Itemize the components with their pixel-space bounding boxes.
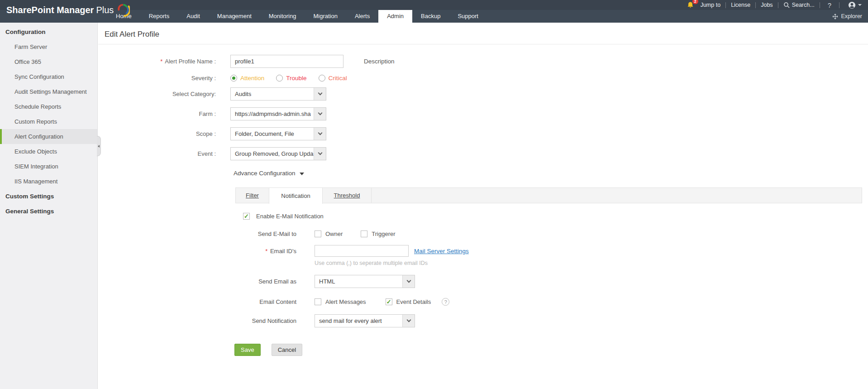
send-email-to-label: Send E-Mail to xyxy=(235,231,296,237)
sidebar-item-schedule-reports[interactable]: Schedule Reports xyxy=(0,99,97,114)
severity-option-critical[interactable]: Critical xyxy=(319,75,347,82)
alert-profile-name-input[interactable] xyxy=(230,55,343,68)
category-select[interactable]: Audits xyxy=(230,87,326,101)
event-details-checkbox[interactable] xyxy=(386,298,392,305)
alert-messages-checkbox[interactable] xyxy=(315,298,321,305)
header-utility-bar: 2 Jump to License Jobs Search... ? xyxy=(0,0,868,10)
jump-to-link[interactable]: Jump to xyxy=(701,2,720,8)
caret-down-icon xyxy=(300,173,304,175)
sidebar-item-office-365[interactable]: Office 365 xyxy=(0,54,97,69)
sidebar-item-sync-configuration[interactable]: Sync Configuration xyxy=(0,69,97,84)
enable-email-label: Enable E-Mail Notification xyxy=(256,213,324,220)
severity-radio-group: Attention Trouble Critical xyxy=(230,75,347,82)
owner-checkbox[interactable] xyxy=(315,231,321,237)
logo-swirl-icon xyxy=(114,0,130,18)
tab-notification[interactable]: Notification xyxy=(269,187,323,204)
enable-email-checkbox[interactable] xyxy=(243,213,250,220)
sidebar-header-custom-settings[interactable]: Custom Settings xyxy=(0,189,97,204)
sidebar-item-custom-reports[interactable]: Custom Reports xyxy=(0,114,97,129)
required-asterisk: * xyxy=(160,58,162,65)
nav-tab-reports[interactable]: Reports xyxy=(140,10,178,23)
page-title: Edit Alert Profile xyxy=(105,30,868,39)
app-logo: SharePoint ManagerPlus xyxy=(6,2,130,18)
sidebar-item-farm-server[interactable]: Farm Server xyxy=(0,39,97,54)
chevron-down-icon xyxy=(402,275,415,288)
chevron-down-icon xyxy=(314,128,326,140)
divider xyxy=(778,2,778,8)
mail-server-settings-link[interactable]: Mail Server Settings xyxy=(414,248,469,255)
alert-profile-name-label: * Alert Profile Name : xyxy=(98,58,216,65)
search-label: Search... xyxy=(792,2,815,8)
notification-panel: Enable E-Mail Notification Send E-Mail t… xyxy=(235,213,868,327)
divider xyxy=(820,2,820,8)
sidebar: Configuration Farm Server Office 365 Syn… xyxy=(0,23,98,389)
email-ids-hint: Use comma (,) to seperate multiple email… xyxy=(315,260,868,266)
event-select[interactable]: Group Removed, Group Upda xyxy=(230,147,326,160)
nav-tab-support[interactable]: Support xyxy=(449,10,487,23)
sidebar-header-general-settings[interactable]: General Settings xyxy=(0,204,97,219)
nav-tab-backup[interactable]: Backup xyxy=(412,10,449,23)
sidebar-item-exclude-objects[interactable]: Exclude Objects xyxy=(0,144,97,159)
tab-threshold[interactable]: Threshold xyxy=(323,188,372,203)
sidebar-item-iis-management[interactable]: IIS Management xyxy=(0,174,97,189)
email-ids-label: * Email ID's xyxy=(235,248,296,255)
severity-option-trouble[interactable]: Trouble xyxy=(276,75,306,82)
nav-tab-admin[interactable]: Admin xyxy=(378,10,412,23)
notification-bell-button[interactable]: 2 xyxy=(687,1,694,9)
sidebar-item-alert-configuration[interactable]: Alert Configuration xyxy=(0,129,97,144)
nav-tab-alerts[interactable]: Alerts xyxy=(346,10,378,23)
chevron-left-icon xyxy=(98,145,100,148)
divider xyxy=(98,44,868,44)
nav-tab-audit[interactable]: Audit xyxy=(178,10,209,23)
alert-messages-checkbox-option[interactable]: Alert Messages xyxy=(315,298,366,305)
description-label: Description xyxy=(364,58,395,65)
email-ids-input[interactable] xyxy=(315,245,409,257)
sidebar-item-audit-settings-management[interactable]: Audit Settings Management xyxy=(0,84,97,99)
scope-select[interactable]: Folder, Document, File xyxy=(230,127,326,140)
farm-select[interactable]: https://admpmsdn-admin.sha xyxy=(230,107,326,120)
severity-option-attention[interactable]: Attention xyxy=(230,75,264,82)
explorer-icon xyxy=(832,14,838,19)
radio-selected-icon xyxy=(230,75,237,82)
owner-checkbox-option[interactable]: Owner xyxy=(315,231,343,237)
advance-configuration-toggle[interactable]: Advance Configuration xyxy=(234,170,868,177)
cancel-button[interactable]: Cancel xyxy=(272,344,302,356)
nav-tab-monitoring[interactable]: Monitoring xyxy=(260,10,305,23)
alert-config-tabs: Filter Notification Threshold xyxy=(235,187,862,203)
divider xyxy=(839,2,839,8)
save-button[interactable]: Save xyxy=(234,344,261,356)
chevron-down-icon xyxy=(314,88,326,100)
user-menu-button[interactable] xyxy=(848,1,862,9)
nav-tab-migration[interactable]: Migration xyxy=(305,10,346,23)
select-category-label: Select Category: xyxy=(98,91,216,97)
triggerer-checkbox-option[interactable]: Triggerer xyxy=(361,231,395,237)
notification-badge: 2 xyxy=(692,0,698,4)
radio-icon xyxy=(319,75,325,82)
chevron-down-icon xyxy=(314,108,326,120)
send-notification-label: Send Notification xyxy=(235,317,296,324)
explorer-label: Explorer xyxy=(841,13,862,19)
jobs-link[interactable]: Jobs xyxy=(761,2,773,8)
triggerer-checkbox[interactable] xyxy=(361,231,367,237)
explorer-button[interactable]: Explorer xyxy=(832,10,868,23)
send-notification-select[interactable]: send mail for every alert xyxy=(315,314,415,327)
send-email-as-select[interactable]: HTML xyxy=(315,275,415,288)
sidebar-item-siem-integration[interactable]: SIEM Integration xyxy=(0,159,97,174)
send-email-as-label: Send Email as xyxy=(235,278,296,285)
scope-label: Scope : xyxy=(98,130,216,137)
search-button[interactable]: Search... xyxy=(783,2,815,8)
help-button[interactable]: ? xyxy=(828,1,831,9)
nav-tab-management[interactable]: Management xyxy=(209,10,260,23)
event-details-checkbox-option[interactable]: Event Details xyxy=(386,298,431,305)
required-asterisk: * xyxy=(265,248,267,255)
email-content-help-icon[interactable]: ? xyxy=(442,298,449,306)
main-content: Edit Alert Profile * Alert Profile Name … xyxy=(98,23,868,389)
tab-filter[interactable]: Filter xyxy=(236,188,269,203)
chevron-down-icon xyxy=(402,315,415,327)
event-label: Event : xyxy=(98,150,216,157)
divider xyxy=(725,2,726,8)
license-link[interactable]: License xyxy=(731,2,750,8)
sidebar-header-configuration: Configuration xyxy=(0,24,97,39)
chevron-down-icon xyxy=(314,148,326,160)
sidebar-collapse-handle[interactable] xyxy=(97,136,101,156)
